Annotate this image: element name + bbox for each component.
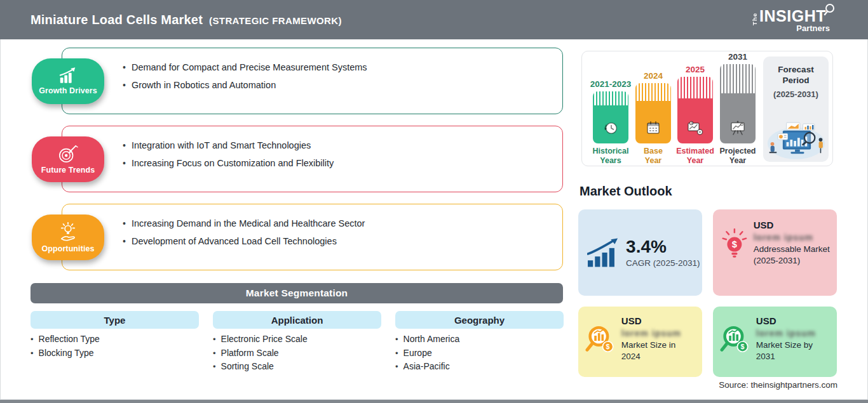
- card-label: Market Size by 2031: [756, 340, 832, 362]
- list-item: Asia-Pacific: [395, 360, 564, 374]
- chart-gear-icon: A: [686, 120, 704, 136]
- magnifier-chart-dollar-icon: $: [719, 324, 752, 355]
- report-title: Miniature Load Cells Market: [31, 13, 203, 27]
- forecast-period-panel: ForecastPeriod (2025-2031): [763, 56, 829, 162]
- market-segmentation-bar: Market Segmentation: [31, 283, 563, 303]
- opportunities-list: Increasing Demand in the Medical and Hea…: [62, 204, 562, 250]
- year-label: 2025: [667, 65, 724, 74]
- magnifier-icon: [822, 3, 836, 17]
- opportunities-badge: Opportunities: [32, 215, 104, 260]
- presentation-chart-icon: [729, 120, 747, 136]
- page-title: Miniature Load Cells Market (STRATEGIC F…: [31, 13, 342, 27]
- cagr-label: CAGR (2025-2031): [626, 258, 700, 268]
- list-item: Sorting Scale: [213, 360, 381, 374]
- projected-year-label: ProjectedYear: [709, 147, 766, 166]
- application-list: Electronic Price Scale Platform Scale So…: [213, 333, 381, 374]
- year-label: 2031: [709, 52, 766, 62]
- report-subtitle: (STRATEGIC FRAMEWORK): [209, 15, 342, 26]
- bottom-strip: [0, 400, 868, 403]
- opportunities-box: Increasing Demand in the Medical and Hea…: [62, 204, 563, 270]
- forecast-period-title: ForecastPeriod: [763, 64, 829, 86]
- dollar-lightbulb-icon: $: [721, 228, 749, 259]
- forecast-period-range: (2025-2031): [763, 89, 829, 99]
- calendar-icon: [645, 120, 661, 136]
- list-item: Europe: [395, 347, 564, 360]
- list-item: North America: [395, 333, 564, 347]
- estimated-year-bar: A: [677, 77, 713, 143]
- segment-header-application: Application: [213, 311, 381, 329]
- market-size-2031-card: $ USD lorem ipsum Market Size by 2031: [713, 307, 837, 377]
- segment-header-geography: Geography: [395, 311, 564, 329]
- growth-arrow-chart-icon: [587, 238, 620, 267]
- currency-label: USD: [756, 315, 776, 326]
- currency-label: USD: [754, 220, 774, 230]
- market-size-2024-card: $ USD lorem ipsum Market Size in 2024: [578, 307, 702, 377]
- analytics-illustration: [764, 121, 828, 161]
- currency-label: USD: [621, 315, 642, 326]
- list-item: Growth in Robotics and Automation: [123, 76, 550, 94]
- research-timeline-panel: 2021-2023 2024 2025 2031: [581, 51, 833, 166]
- list-item: Integration with IoT and Smart Technolog…: [123, 136, 550, 154]
- badge-label: Future Trends: [41, 166, 95, 175]
- list-item: Development of Advanced Load Cell Techno…: [123, 232, 550, 250]
- magnifier-chart-dollar-icon: $: [585, 324, 617, 355]
- list-item: Increasing Focus on Customization and Fl…: [123, 154, 550, 172]
- logo-insight-text: INSIGHT: [759, 8, 831, 24]
- svg-text:$: $: [732, 239, 737, 249]
- geography-list: North America Europe Asia-Pacific: [395, 333, 564, 374]
- blurred-market-value: lorem ipsum: [756, 328, 816, 338]
- logo-the-text: The: [751, 13, 758, 25]
- addressable-market-card: $ USD lorem ipsum Addressable Market (20…: [713, 209, 837, 296]
- svg-text:$: $: [741, 343, 745, 350]
- segment-header-type: Type: [31, 311, 199, 329]
- growth-drivers-badge: Growth Drivers: [32, 58, 104, 104]
- blurred-market-value: lorem ipsum: [754, 232, 813, 242]
- list-item: Demand for Compact and Precise Measureme…: [123, 58, 550, 76]
- cagr-card: 3.4% CAGR (2025-2031): [578, 209, 702, 296]
- list-item: Blocking Type: [31, 347, 199, 360]
- logo-partners-text: Partners: [796, 23, 831, 33]
- clock-history-icon: [602, 120, 619, 136]
- future-trends-box: Integration with IoT and Smart Technolog…: [62, 126, 563, 192]
- list-item: Electronic Price Scale: [213, 333, 381, 347]
- source-attribution: Source: theinsightpartners.com: [578, 380, 837, 390]
- target-dart-icon: [58, 145, 78, 164]
- market-outlook-title: Market Outlook: [580, 184, 672, 199]
- growth-chart-icon: [58, 67, 78, 84]
- insight-partners-logo: The INSIGHT Partners: [751, 8, 831, 33]
- header-bar: Miniature Load Cells Market (STRATEGIC F…: [0, 0, 868, 39]
- card-label: Market Size in 2024: [621, 340, 697, 362]
- historical-years-bar: [593, 91, 628, 143]
- badge-label: Growth Drivers: [39, 86, 97, 95]
- svg-text:$: $: [606, 343, 610, 350]
- blurred-market-value: lorem ipsum: [621, 328, 681, 338]
- growth-drivers-box: Demand for Compact and Precise Measureme…: [62, 48, 563, 114]
- list-item: Reflection Type: [31, 333, 199, 347]
- segmentation-title: Market Segmentation: [246, 287, 348, 299]
- list-item: Increasing Demand in the Medical and Hea…: [123, 215, 550, 232]
- badge-label: Opportunities: [41, 244, 94, 253]
- list-item: Platform Scale: [213, 347, 381, 360]
- hand-lightbulb-icon: [58, 222, 78, 242]
- year-label: 2021-2023: [582, 79, 639, 89]
- type-list: Reflection Type Blocking Type: [31, 333, 199, 360]
- base-year-bar: [635, 83, 671, 143]
- future-trends-badge: Future Trends: [32, 136, 104, 182]
- cagr-value: 3.4%: [626, 237, 667, 256]
- growth-drivers-list: Demand for Compact and Precise Measureme…: [62, 48, 562, 94]
- card-label: Addressable Market (2025-2031): [754, 244, 831, 267]
- projected-year-bar: [720, 64, 756, 143]
- future-trends-list: Integration with IoT and Smart Technolog…: [62, 126, 562, 172]
